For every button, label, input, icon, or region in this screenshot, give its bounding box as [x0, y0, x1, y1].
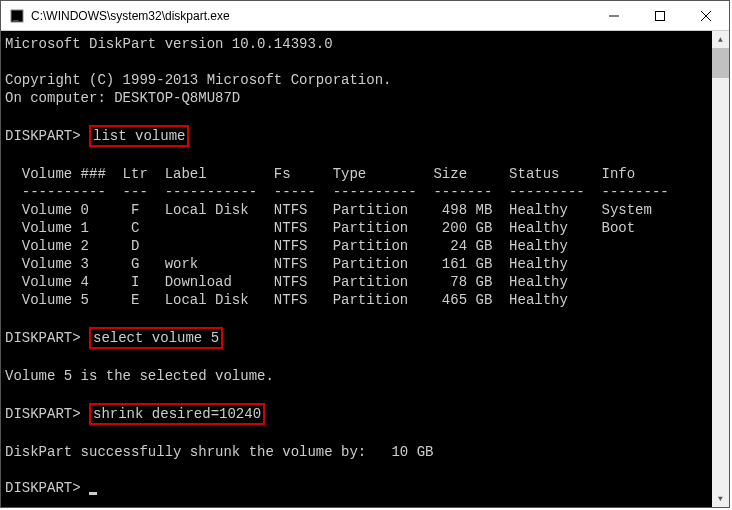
command-highlight: select volume 5: [89, 327, 223, 349]
output-line: Volume 5 is the selected volume.: [5, 367, 710, 385]
table-row: Volume 2 D NTFS Partition 24 GB Healthy: [5, 237, 710, 255]
table-row: Volume 4 I Download NTFS Partition 78 GB…: [5, 273, 710, 291]
app-icon: _: [9, 8, 25, 24]
table-divider: ---------- --- ----------- ----- -------…: [5, 183, 710, 201]
svg-rect-3: [656, 11, 665, 20]
blank-line: [5, 349, 710, 367]
cursor-icon: [89, 492, 97, 495]
titlebar[interactable]: _ C:\WINDOWS\system32\diskpart.exe: [1, 1, 729, 31]
prompt-line: DISKPART> shrink desired=10240: [5, 403, 710, 425]
table-header: Volume ### Ltr Label Fs Type Size Status…: [5, 165, 710, 183]
svg-text:_: _: [13, 11, 19, 21]
prompt-line: DISKPART> list volume: [5, 125, 710, 147]
version-line: Microsoft DiskPart version 10.0.14393.0: [5, 35, 710, 53]
vertical-scrollbar[interactable]: ▲ ▼: [712, 31, 729, 507]
command-highlight: list volume: [89, 125, 189, 147]
command-highlight: shrink desired=10240: [89, 403, 265, 425]
copyright-line: Copyright (C) 1999-2013 Microsoft Corpor…: [5, 71, 710, 89]
table-row: Volume 3 G work NTFS Partition 161 GB He…: [5, 255, 710, 273]
blank-line: [5, 385, 710, 403]
blank-line: [5, 425, 710, 443]
blank-line: [5, 53, 710, 71]
close-button[interactable]: [683, 1, 729, 30]
scroll-thumb[interactable]: [712, 48, 729, 78]
table-row: Volume 1 C NTFS Partition 200 GB Healthy…: [5, 219, 710, 237]
console-window: _ C:\WINDOWS\system32\diskpart.exe Micro…: [0, 0, 730, 508]
content-area: Microsoft DiskPart version 10.0.14393.0 …: [1, 31, 729, 507]
prompt-line: DISKPART>: [5, 479, 710, 497]
blank-line: [5, 147, 710, 165]
window-title: C:\WINDOWS\system32\diskpart.exe: [31, 9, 591, 23]
minimize-button[interactable]: [591, 1, 637, 30]
terminal-output[interactable]: Microsoft DiskPart version 10.0.14393.0 …: [1, 31, 712, 507]
blank-line: [5, 107, 710, 125]
output-line: DiskPart successfully shrunk the volume …: [5, 443, 710, 461]
maximize-button[interactable]: [637, 1, 683, 30]
window-controls: [591, 1, 729, 30]
scroll-up-button[interactable]: ▲: [712, 31, 729, 48]
scroll-down-button[interactable]: ▼: [712, 490, 729, 507]
blank-line: [5, 461, 710, 479]
prompt-line: DISKPART> select volume 5: [5, 327, 710, 349]
blank-line: [5, 309, 710, 327]
computer-line: On computer: DESKTOP-Q8MU87D: [5, 89, 710, 107]
table-row: Volume 5 E Local Disk NTFS Partition 465…: [5, 291, 710, 309]
table-row: Volume 0 F Local Disk NTFS Partition 498…: [5, 201, 710, 219]
